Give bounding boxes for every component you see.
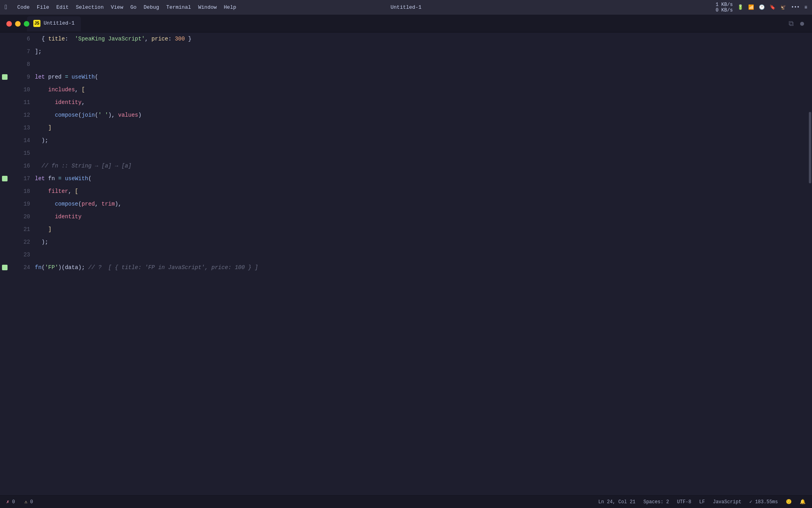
smiley-icon: 🙂	[786, 499, 792, 505]
gutter-line-10	[0, 83, 10, 96]
menu-file[interactable]: File	[37, 4, 49, 10]
timing-info: ✓ 183.55ms	[749, 499, 778, 505]
code-line-22: );	[33, 236, 808, 248]
tab-bar: JS Untitled-1 ⧉	[0, 15, 812, 33]
menu-window[interactable]: Window	[198, 4, 217, 10]
breakpoint-dot-17[interactable]	[2, 176, 8, 181]
code-line-11: identity,	[33, 96, 808, 109]
gutter-line-13	[0, 121, 10, 134]
code-line-17: let fn = useWith(	[33, 172, 808, 185]
code-line-14: );	[33, 134, 808, 147]
line-num-14: 14	[13, 134, 30, 147]
gutter-line-22	[0, 236, 10, 248]
line-num-6: 6	[13, 33, 30, 45]
indent-spaces[interactable]: Spaces: 2	[643, 499, 669, 505]
tab-filename: Untitled-1	[44, 20, 75, 26]
editor-area: 6 7 8 9 10 11 12 13 14 15 16 17 18 19 20…	[0, 33, 812, 495]
gutter-line-6	[0, 33, 10, 45]
notification-icon: 🔔	[800, 499, 806, 505]
line-num-15: 15	[13, 147, 30, 160]
menu-bar:  Code File Edit Selection View Go Debug…	[0, 0, 812, 15]
window-title: Untitled-1	[391, 4, 421, 10]
network-stats: 1 KB/s0 KB/s	[716, 2, 733, 13]
menu-go[interactable]: Go	[130, 4, 137, 10]
code-line-19: compose(pred, trim),	[33, 198, 808, 210]
gutter-line-19	[0, 198, 10, 210]
menu-view[interactable]: View	[111, 4, 123, 10]
warning-icon: ⚠	[25, 499, 27, 505]
line-numbers: 6 7 8 9 10 11 12 13 14 15 16 17 18 19 20…	[10, 33, 33, 495]
js-file-icon: JS	[33, 20, 40, 27]
code-line-10: includes, [	[33, 83, 808, 96]
menu-terminal[interactable]: Terminal	[166, 4, 191, 10]
breakpoint-gutter	[0, 33, 10, 495]
status-bar-right: Ln 24, Col 21 Spaces: 2 UTF-8 LF JavaScr…	[598, 499, 806, 505]
code-line-16: // fn :: String → [a] → [a]	[33, 160, 808, 172]
more-icon: •••	[791, 5, 800, 10]
bookmark-icon: 🔖	[770, 4, 776, 10]
scrollbar-thumb[interactable]	[809, 112, 811, 183]
language-mode[interactable]: JavaScript	[713, 499, 741, 505]
gutter-line-12	[0, 109, 10, 121]
gutter-line-7	[0, 45, 10, 58]
gutter-line-9	[0, 71, 10, 83]
gutter-line-11	[0, 96, 10, 109]
menu-code[interactable]: Code	[17, 4, 30, 10]
code-line-9: let pred = useWith(	[33, 71, 808, 83]
code-line-18: filter, [	[33, 185, 808, 198]
line-num-16: 16	[13, 160, 30, 172]
menu-edit[interactable]: Edit	[56, 4, 69, 10]
cursor-position[interactable]: Ln 24, Col 21	[598, 499, 636, 505]
gutter-line-18	[0, 185, 10, 198]
error-count[interactable]: ✗ 0	[6, 499, 15, 505]
line-num-9: 9	[13, 71, 30, 83]
line-num-7: 7	[13, 45, 30, 58]
warning-number: 0	[30, 499, 33, 505]
minimize-button[interactable]	[15, 21, 21, 27]
menu-help[interactable]: Help	[224, 4, 236, 10]
split-editor-icon[interactable]: ⧉	[789, 20, 794, 28]
gutter-line-15	[0, 147, 10, 160]
apple-icon: 	[5, 4, 9, 11]
close-button[interactable]	[6, 21, 12, 27]
code-line-7: ];	[33, 45, 808, 58]
menu-bar-right: 1 KB/s0 KB/s 🔋 📶 🕐 🔖 🦅 ••• ≡	[716, 2, 807, 13]
line-ending[interactable]: LF	[699, 499, 705, 505]
code-line-6: { title: 'SpeaKing JavaScript', price: 3…	[33, 33, 808, 45]
breakpoint-dot-9[interactable]	[2, 74, 8, 80]
line-num-11: 11	[13, 96, 30, 109]
list-icon: ≡	[804, 5, 807, 10]
wifi-icon: 📶	[748, 4, 754, 10]
gutter-line-21	[0, 223, 10, 236]
traffic-lights	[6, 21, 29, 27]
breakpoint-dot-24[interactable]	[2, 265, 8, 270]
line-num-8: 8	[13, 58, 30, 71]
file-encoding[interactable]: UTF-8	[677, 499, 691, 505]
status-bar: ✗ 0 ⚠ 0 Ln 24, Col 21 Spaces: 2 UTF-8 LF…	[0, 495, 812, 508]
gutter-line-20	[0, 210, 10, 223]
menu-bar-left:  Code File Edit Selection View Go Debug…	[5, 4, 236, 11]
tab-bar-actions: ⧉	[789, 20, 809, 28]
error-number: 0	[12, 499, 15, 505]
line-num-17: 17	[13, 172, 30, 185]
code-editor[interactable]: { title: 'SpeaKing JavaScript', price: 3…	[33, 33, 808, 495]
code-line-12: compose(join(' '), values)	[33, 109, 808, 121]
active-tab[interactable]: JS Untitled-1	[27, 16, 81, 31]
line-num-23: 23	[13, 248, 30, 261]
warning-count[interactable]: ⚠ 0	[25, 499, 33, 505]
code-line-23	[33, 248, 808, 261]
battery-icon: 🔋	[737, 4, 743, 10]
gutter-line-14	[0, 134, 10, 147]
code-line-20: identity	[33, 210, 808, 223]
gutter-line-24	[0, 261, 10, 274]
menu-debug[interactable]: Debug	[144, 4, 159, 10]
error-icon: ✗	[6, 499, 9, 505]
maximize-button[interactable]	[24, 21, 29, 27]
line-num-20: 20	[13, 210, 30, 223]
swift-icon: 🦅	[780, 4, 786, 10]
editor-scrollbar[interactable]	[808, 33, 812, 495]
line-num-24: 24	[13, 261, 30, 274]
line-num-19: 19	[13, 198, 30, 210]
menu-selection[interactable]: Selection	[76, 4, 103, 10]
line-num-12: 12	[13, 109, 30, 121]
